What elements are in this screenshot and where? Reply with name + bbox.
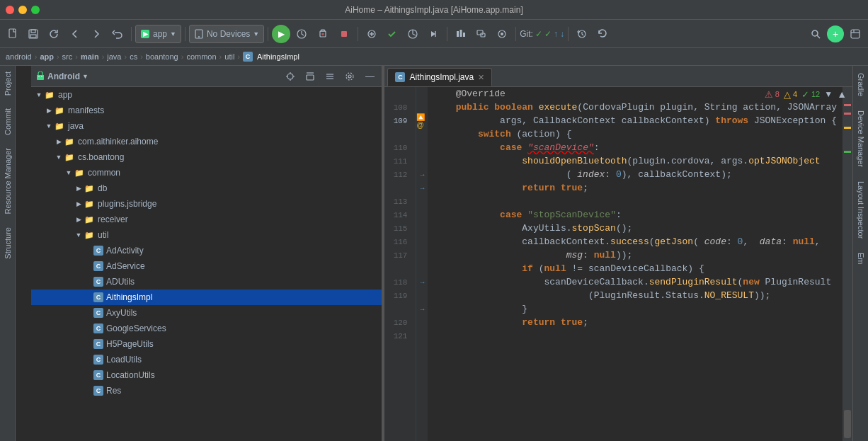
tree-item-h5pageutils[interactable]: ▶ C H5PageUtils [31, 336, 382, 352]
bc-src[interactable]: src [62, 52, 73, 61]
tree-item-adactivity[interactable]: ▶ C AdActivity [31, 243, 382, 258]
sidebar-item-layout-inspector[interactable]: Layout Inspector [855, 174, 867, 246]
locate-file-button[interactable] [282, 69, 298, 84]
sidebar-item-structure[interactable]: Structure [1, 222, 14, 265]
ann-121 [416, 329, 428, 343]
tree-item-util[interactable]: ▼ 📁 util [31, 227, 382, 243]
apply-changes-button[interactable] [403, 24, 423, 44]
android-dropdown[interactable]: Android ▼ [35, 71, 88, 81]
svg-rect-15 [463, 33, 465, 37]
collapse-all-button[interactable] [302, 69, 318, 84]
tree-item-adutils[interactable]: ▶ C ADUtils [31, 274, 382, 290]
debug-button[interactable] [313, 24, 333, 44]
tree-item-receiver[interactable]: ▶ 📁 receiver [31, 212, 382, 227]
bc-util[interactable]: util [224, 52, 234, 61]
bc-android[interactable]: android [6, 52, 32, 61]
back-button[interactable] [65, 24, 85, 44]
coverage-button[interactable] [382, 24, 402, 44]
minimize-errors-button[interactable]: ▲ [837, 88, 847, 100]
forward-button[interactable] [86, 24, 106, 44]
bc-aithingsimpl[interactable]: AithingsImpl [257, 52, 299, 61]
tree-item-manifests[interactable]: ▶ 📁 manifests [31, 103, 382, 118]
tree-item-adservice[interactable]: ▶ C AdService [31, 258, 382, 274]
bc-app[interactable]: app [40, 52, 54, 61]
ann-112[interactable]: → [416, 168, 428, 181]
bc-boantong[interactable]: boantong [146, 52, 178, 61]
sidebar-item-project[interactable]: Project [1, 66, 14, 101]
tree-item-loadutils[interactable]: ▶ C LoadUtils [31, 352, 382, 367]
bc-main[interactable]: main [81, 52, 99, 61]
tree-item-java[interactable]: ▼ 📁 java [31, 118, 382, 134]
code-param: index [577, 168, 605, 181]
code-text: (); [616, 222, 632, 235]
sidebar-item-em[interactable]: Em [855, 246, 867, 272]
ann-cont4[interactable]: → [416, 302, 428, 316]
tree-item-axyutils[interactable]: ▶ C AxyUtils [31, 305, 382, 321]
expand-errors-button[interactable]: ▼ [824, 89, 833, 99]
bc-java[interactable]: java [107, 52, 121, 61]
apply-code-changes-button[interactable] [423, 24, 443, 44]
stop-button[interactable] [334, 24, 354, 44]
devices-dropdown[interactable]: No Devices ▼ [189, 25, 264, 43]
search-button[interactable] [806, 24, 826, 44]
undo-button[interactable] [593, 24, 612, 44]
device-manager-button[interactable] [472, 24, 491, 44]
code-line-119: scanDeviceCallback.sendPluginResult(new … [433, 275, 837, 289]
new-file-button[interactable] [3, 24, 23, 44]
profile-button[interactable] [292, 24, 312, 44]
ann-114 [416, 208, 428, 222]
settings-button[interactable] [342, 69, 358, 84]
maximize-button[interactable] [31, 6, 40, 14]
run-button[interactable]: ▶ [272, 25, 290, 43]
tree-item-app[interactable]: ▼ 📁 app [31, 87, 382, 103]
scrollbar-thumb[interactable] [844, 410, 851, 438]
bc-sep6: › [140, 52, 143, 61]
code-editor[interactable]: @Override public boolean execute(Cordova… [428, 87, 843, 441]
tree-item-locationutils[interactable]: ▶ C LocationUtils [31, 367, 382, 383]
bc-cs[interactable]: cs [130, 52, 137, 61]
tree-label: GoogleServices [106, 323, 166, 333]
ann-118[interactable]: → [416, 275, 428, 289]
tree-item-db[interactable]: ▶ 📁 db [31, 181, 382, 196]
sync-button[interactable] [44, 24, 64, 44]
sidebar-item-resource[interactable]: Resource Manager [1, 142, 14, 220]
close-button[interactable] [6, 6, 14, 14]
tree-item-boantong[interactable]: ▼ 📁 cs.boantong [31, 149, 382, 165]
sidebar-item-device-manager[interactable]: Device Manager [855, 103, 867, 174]
tree-item-jsbridge[interactable]: ▶ 📁 plugins.jsbridge [31, 196, 382, 212]
svg-rect-3 [30, 35, 36, 38]
sidebar-item-gradle[interactable]: Gradle [855, 66, 867, 103]
tree-item-googleservices[interactable]: ▶ C GoogleServices [31, 321, 382, 336]
tree-item-aithinker[interactable]: ▶ 📁 com.aithinker.aihome [31, 134, 382, 149]
line-num-108: 108 [384, 101, 410, 114]
tree-item-common[interactable]: ▼ 📁 common [31, 165, 382, 181]
sidebar-item-commit[interactable]: Commit [1, 103, 14, 141]
sdk-manager-button[interactable] [492, 24, 512, 44]
code-line-cont3: msg: null)); [433, 248, 837, 262]
bc-common[interactable]: common [186, 52, 216, 61]
ann-cont2[interactable]: → [416, 181, 428, 195]
undo-nav-button[interactable] [108, 24, 127, 44]
scroll-marker-err2 [844, 113, 851, 115]
bc-sep5: › [125, 52, 127, 61]
history-button[interactable] [572, 24, 592, 44]
right-scrollbar[interactable] [843, 87, 852, 441]
expand-collapse-button[interactable] [322, 69, 338, 84]
save-button[interactable] [23, 24, 43, 44]
code-text: != scanDeviceCallback) { [566, 262, 704, 275]
app-config-dropdown[interactable]: ▶ app ▼ [135, 25, 181, 43]
tab-aithingsimpl[interactable]: C AithingsImpl.java ✕ [387, 68, 492, 86]
ok-icon: ✓ [801, 89, 809, 100]
tree-item-aithingsimpl[interactable]: ▶ C AithingsImpl [31, 290, 382, 305]
tree-item-res[interactable]: ▶ C Res [31, 383, 382, 399]
account-button[interactable] [845, 24, 865, 44]
attach-debugger-button[interactable] [362, 24, 382, 44]
minimize-button[interactable] [18, 6, 27, 14]
close-panel-button[interactable]: — [362, 69, 377, 84]
notifications-button[interactable]: + [827, 25, 844, 42]
code-kw: return [522, 316, 555, 329]
ann-109[interactable]: 🔼 @ [416, 114, 428, 127]
tab-close-button[interactable]: ✕ [478, 73, 484, 82]
profiler-button[interactable] [451, 24, 471, 44]
scroll-marker-ok1 [844, 151, 851, 153]
